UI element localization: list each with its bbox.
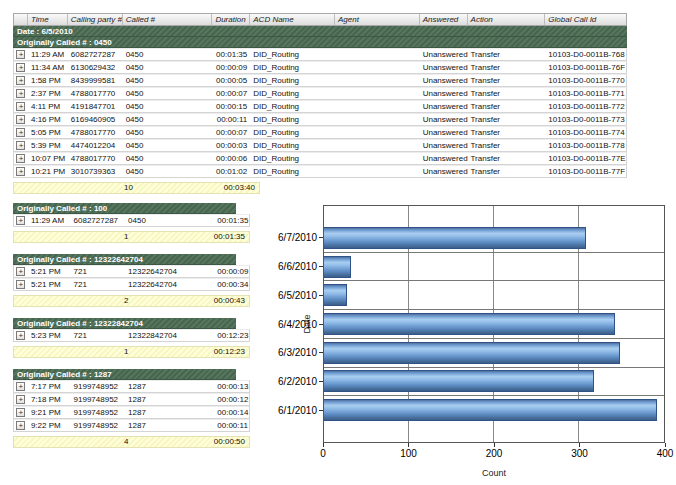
expander-cell: + <box>14 62 28 73</box>
table-row[interactable]: +5:05 PM4788017770045000:00:07DID_Routin… <box>13 126 627 139</box>
chart-bar <box>324 227 586 249</box>
expand-icon[interactable]: + <box>16 154 25 163</box>
expander-cell: + <box>14 215 28 226</box>
summary-count: 10 <box>124 183 133 193</box>
group-header: Originally Called # : 100 <box>13 203 236 214</box>
col-header-global-call-id[interactable]: Global Call Id <box>545 14 626 25</box>
expand-icon[interactable]: + <box>16 267 25 276</box>
col-header-acd-name[interactable]: ACD Name <box>250 14 335 25</box>
cell-global_id: 10103-D0-0011B-771 <box>545 88 626 99</box>
cell-agent <box>335 153 420 164</box>
table-row[interactable]: +5:23 PM7211232284270400:12:23 <box>13 329 250 342</box>
cell-time: 7:17 PM <box>28 381 71 392</box>
group-summary: 10 00:03:40 <box>13 182 260 194</box>
x-tick-label: 300 <box>571 448 588 459</box>
cell-called: 1287 <box>125 420 214 431</box>
cell-duration: 00:01:02 <box>212 166 250 177</box>
cell-calling: 4788017770 <box>68 127 123 138</box>
table-row[interactable]: +1:58 PM8439999581045000:00:05DID_Routin… <box>13 74 627 87</box>
expand-icon[interactable]: + <box>16 63 25 72</box>
cell-called: 12322842704 <box>125 330 214 341</box>
expand-icon[interactable]: + <box>16 141 25 150</box>
expand-icon[interactable]: + <box>16 280 25 289</box>
cell-duration: 00:00:12 <box>214 394 249 405</box>
col-header-time[interactable]: Time <box>28 14 68 25</box>
expand-icon[interactable]: + <box>16 395 25 404</box>
cell-answered: Unanswered <box>420 127 468 138</box>
cell-answered: Unanswered <box>420 114 468 125</box>
table-row[interactable]: +5:21 PM7211232264270400:00:09 <box>13 265 250 278</box>
cell-called: 0450 <box>123 62 213 73</box>
col-header-action[interactable]: Action <box>468 14 546 25</box>
table-row[interactable]: +9:21 PM9199748952128700:00:14 <box>13 406 250 419</box>
expand-icon[interactable]: + <box>16 331 25 340</box>
col-header-duration[interactable]: Duration <box>212 14 250 25</box>
table-row[interactable]: +11:29 AM6082727287045000:01:35 <box>13 214 250 227</box>
date-group-header: Date : 6/5/2010 <box>13 26 627 37</box>
chart-bar <box>324 342 620 364</box>
expander-cell: + <box>14 140 28 151</box>
cell-calling: 9199748952 <box>71 394 126 405</box>
table-row[interactable]: +2:37 PM4788017770045000:00:07DID_Routin… <box>13 87 627 100</box>
expand-icon[interactable]: + <box>16 50 25 59</box>
expand-icon[interactable]: + <box>16 89 25 98</box>
cell-called: 1287 <box>125 407 214 418</box>
col-header-answered[interactable]: Answered <box>420 14 468 25</box>
expand-icon[interactable]: + <box>16 76 25 85</box>
cell-duration: 00:00:07 <box>212 88 250 99</box>
cell-global_id: 10103-D0-0011B-77E <box>545 153 626 164</box>
chart-band <box>324 395 664 424</box>
call-table: TimeCalling party #Called #DurationACD N… <box>13 13 627 194</box>
table-header: TimeCalling party #Called #DurationACD N… <box>13 13 627 26</box>
chart-plot-area <box>323 205 665 443</box>
cell-action: Transfer <box>468 88 546 99</box>
table-row[interactable]: +10:21 PM3010739363045000:01:02DID_Routi… <box>13 165 627 178</box>
cell-called: 0450 <box>123 153 213 164</box>
expand-icon[interactable]: + <box>16 115 25 124</box>
x-tick-label: 200 <box>486 448 503 459</box>
expand-icon[interactable]: + <box>16 167 25 176</box>
table-row[interactable]: +10:07 PM4788017770045000:00:06DID_Routi… <box>13 152 627 165</box>
expand-icon[interactable]: + <box>16 421 25 430</box>
table-row[interactable]: +7:18 PM9199748952128700:00:12 <box>13 393 250 406</box>
cell-calling: 9199748952 <box>71 407 126 418</box>
table-row[interactable]: +4:11 PM4191847701045000:00:15DID_Routin… <box>13 100 627 113</box>
col-header-agent[interactable]: Agent <box>335 14 420 25</box>
cell-time: 1:58 PM <box>28 75 68 86</box>
y-tick-label: 6/3/2010 <box>270 338 323 367</box>
expand-icon[interactable]: + <box>16 128 25 137</box>
cell-called: 0450 <box>123 88 213 99</box>
cell-duration: 00:00:06 <box>212 153 250 164</box>
chart-band <box>324 280 664 309</box>
cell-action: Transfer <box>468 62 546 73</box>
report-page: TimeCalling party #Called #DurationACD N… <box>0 0 676 485</box>
table-row[interactable]: +11:34 AM6130629432045000:00:09DID_Routi… <box>13 61 627 74</box>
chart-bar <box>324 370 594 392</box>
cell-called: 0450 <box>123 140 213 151</box>
col-header-calling-party-[interactable]: Calling party # <box>68 14 123 25</box>
cell-global_id: 10103-D0-0011B-76F <box>545 62 626 73</box>
cell-answered: Unanswered <box>420 101 468 112</box>
table-row[interactable]: +5:39 PM4474012204045000:00:03DID_Routin… <box>13 139 627 152</box>
table-row[interactable]: +11:29 AM6082727287045000:01:35DID_Routi… <box>13 48 627 61</box>
table-row[interactable]: +7:17 PM9199748952128700:00:13 <box>13 380 250 393</box>
table-row[interactable]: +5:21 PM7211232264270400:00:34 <box>13 278 250 291</box>
table-row[interactable]: +4:16 PM6169460905045000:00:11DID_Routin… <box>13 113 627 126</box>
cell-duration: 00:00:15 <box>212 101 250 112</box>
col-header-called-[interactable]: Called # <box>123 14 213 25</box>
table-row[interactable]: +9:22 PM9199748952128700:00:11 <box>13 419 250 432</box>
cell-acd: DID_Routing <box>250 49 335 60</box>
cell-called: 0450 <box>123 166 213 177</box>
expand-icon[interactable]: + <box>16 102 25 111</box>
expander-cell: + <box>14 49 28 60</box>
expand-icon[interactable]: + <box>16 382 25 391</box>
cell-duration: 00:00:11 <box>212 114 250 125</box>
cell-time: 10:07 PM <box>28 153 68 164</box>
expand-icon[interactable]: + <box>16 408 25 417</box>
group-header: Originally Called # : 1287 <box>13 369 236 380</box>
cell-action: Transfer <box>468 114 546 125</box>
x-tick-label: 400 <box>657 448 674 459</box>
expander-cell: + <box>14 266 28 277</box>
expand-icon[interactable]: + <box>16 216 25 225</box>
cell-acd: DID_Routing <box>250 140 335 151</box>
